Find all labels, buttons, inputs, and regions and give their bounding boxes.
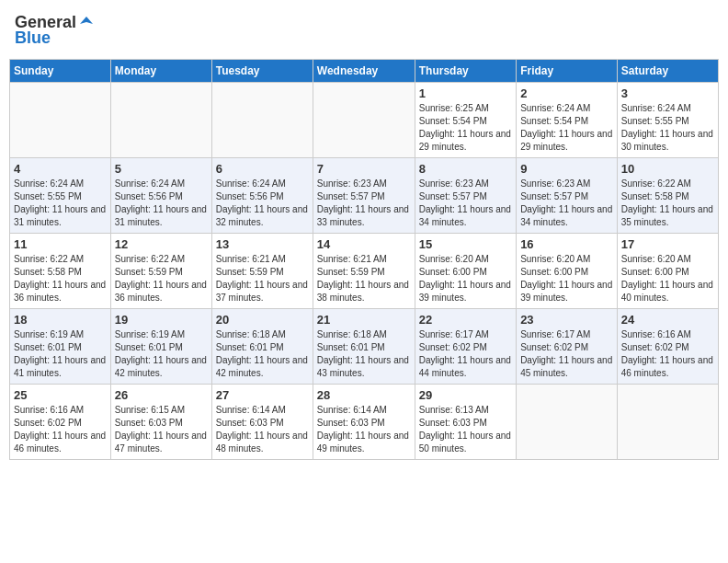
cell-info-text: Sunrise: 6:16 AM Sunset: 6:02 PM Dayligh… — [14, 404, 107, 455]
calendar-cell: 10Sunrise: 6:22 AM Sunset: 5:58 PM Dayli… — [617, 158, 718, 234]
calendar-cell: 11Sunrise: 6:22 AM Sunset: 5:58 PM Dayli… — [10, 234, 111, 309]
calendar-week-row: 11Sunrise: 6:22 AM Sunset: 5:58 PM Dayli… — [10, 234, 719, 309]
weekday-header-thursday: Thursday — [415, 60, 516, 83]
calendar-cell: 22Sunrise: 6:17 AM Sunset: 6:02 PM Dayli… — [415, 309, 516, 385]
weekday-header-tuesday: Tuesday — [211, 60, 313, 83]
calendar-cell: 28Sunrise: 6:14 AM Sunset: 6:03 PM Dayli… — [313, 385, 415, 460]
calendar-week-row: 4Sunrise: 6:24 AM Sunset: 5:55 PM Daylig… — [10, 158, 719, 234]
weekday-header-row: SundayMondayTuesdayWednesdayThursdayFrid… — [10, 60, 719, 83]
weekday-header-monday: Monday — [110, 60, 211, 83]
calendar-cell: 13Sunrise: 6:21 AM Sunset: 5:59 PM Dayli… — [211, 234, 313, 309]
cell-info-text: Sunrise: 6:15 AM Sunset: 6:03 PM Dayligh… — [115, 404, 208, 455]
cell-day-number: 19 — [115, 313, 208, 327]
calendar-cell: 5Sunrise: 6:24 AM Sunset: 5:56 PM Daylig… — [110, 158, 211, 234]
cell-info-text: Sunrise: 6:17 AM Sunset: 6:02 PM Dayligh… — [419, 328, 512, 380]
calendar-cell: 21Sunrise: 6:18 AM Sunset: 6:01 PM Dayli… — [313, 309, 415, 385]
calendar-cell — [617, 385, 718, 460]
calendar-table: SundayMondayTuesdayWednesdayThursdayFrid… — [9, 59, 719, 460]
calendar-cell — [10, 83, 111, 158]
cell-info-text: Sunrise: 6:24 AM Sunset: 5:56 PM Dayligh… — [115, 178, 208, 229]
cell-day-number: 5 — [115, 162, 208, 176]
calendar-cell: 6Sunrise: 6:24 AM Sunset: 5:56 PM Daylig… — [211, 158, 313, 234]
cell-info-text: Sunrise: 6:20 AM Sunset: 6:00 PM Dayligh… — [621, 253, 714, 304]
calendar-cell: 20Sunrise: 6:18 AM Sunset: 6:01 PM Dayli… — [211, 309, 313, 385]
cell-day-number: 2 — [520, 86, 613, 100]
calendar-cell: 26Sunrise: 6:15 AM Sunset: 6:03 PM Dayli… — [110, 385, 211, 460]
cell-info-text: Sunrise: 6:20 AM Sunset: 6:00 PM Dayligh… — [419, 253, 512, 304]
calendar-cell: 14Sunrise: 6:21 AM Sunset: 5:59 PM Dayli… — [313, 234, 415, 309]
cell-info-text: Sunrise: 6:24 AM Sunset: 5:55 PM Dayligh… — [621, 102, 714, 154]
cell-day-number: 12 — [115, 237, 208, 251]
calendar-cell: 19Sunrise: 6:19 AM Sunset: 6:01 PM Dayli… — [110, 309, 211, 385]
calendar-week-row: 1Sunrise: 6:25 AM Sunset: 5:54 PM Daylig… — [10, 83, 719, 158]
cell-info-text: Sunrise: 6:21 AM Sunset: 5:59 PM Dayligh… — [216, 253, 309, 304]
cell-day-number: 9 — [520, 162, 613, 176]
cell-info-text: Sunrise: 6:14 AM Sunset: 6:03 PM Dayligh… — [216, 404, 309, 455]
calendar-cell: 1Sunrise: 6:25 AM Sunset: 5:54 PM Daylig… — [415, 83, 516, 158]
cell-info-text: Sunrise: 6:22 AM Sunset: 5:58 PM Dayligh… — [14, 253, 107, 304]
cell-day-number: 27 — [216, 388, 309, 402]
cell-day-number: 23 — [520, 313, 613, 327]
cell-day-number: 18 — [14, 313, 107, 327]
logo: General Blue — [15, 13, 95, 48]
calendar-cell: 25Sunrise: 6:16 AM Sunset: 6:02 PM Dayli… — [10, 385, 111, 460]
cell-info-text: Sunrise: 6:22 AM Sunset: 5:59 PM Dayligh… — [115, 253, 208, 304]
calendar-cell: 4Sunrise: 6:24 AM Sunset: 5:55 PM Daylig… — [10, 158, 111, 234]
cell-day-number: 4 — [14, 162, 107, 176]
calendar-cell: 24Sunrise: 6:16 AM Sunset: 6:02 PM Dayli… — [617, 309, 718, 385]
cell-day-number: 17 — [621, 237, 714, 251]
cell-day-number: 7 — [317, 162, 411, 176]
cell-day-number: 1 — [419, 86, 512, 100]
calendar-cell: 3Sunrise: 6:24 AM Sunset: 5:55 PM Daylig… — [617, 83, 718, 158]
cell-info-text: Sunrise: 6:19 AM Sunset: 6:01 PM Dayligh… — [14, 328, 107, 380]
cell-info-text: Sunrise: 6:23 AM Sunset: 5:57 PM Dayligh… — [317, 178, 411, 229]
calendar-cell: 27Sunrise: 6:14 AM Sunset: 6:03 PM Dayli… — [211, 385, 313, 460]
cell-info-text: Sunrise: 6:24 AM Sunset: 5:55 PM Dayligh… — [14, 178, 107, 229]
calendar-cell — [211, 83, 313, 158]
calendar-cell — [110, 83, 211, 158]
calendar-week-row: 18Sunrise: 6:19 AM Sunset: 6:01 PM Dayli… — [10, 309, 719, 385]
weekday-header-sunday: Sunday — [10, 60, 111, 83]
calendar-cell: 18Sunrise: 6:19 AM Sunset: 6:01 PM Dayli… — [10, 309, 111, 385]
cell-info-text: Sunrise: 6:16 AM Sunset: 6:02 PM Dayligh… — [621, 328, 714, 380]
cell-day-number: 20 — [216, 313, 309, 327]
cell-info-text: Sunrise: 6:23 AM Sunset: 5:57 PM Dayligh… — [520, 178, 613, 229]
weekday-header-wednesday: Wednesday — [313, 60, 415, 83]
cell-day-number: 6 — [216, 162, 309, 176]
weekday-header-saturday: Saturday — [617, 60, 718, 83]
svg-marker-0 — [80, 17, 93, 24]
cell-day-number: 14 — [317, 237, 411, 251]
calendar-cell: 8Sunrise: 6:23 AM Sunset: 5:57 PM Daylig… — [415, 158, 516, 234]
calendar-week-row: 25Sunrise: 6:16 AM Sunset: 6:02 PM Dayli… — [10, 385, 719, 460]
cell-day-number: 24 — [621, 313, 714, 327]
page-header: General Blue — [9, 9, 719, 52]
calendar-cell: 17Sunrise: 6:20 AM Sunset: 6:00 PM Dayli… — [617, 234, 718, 309]
calendar-cell: 9Sunrise: 6:23 AM Sunset: 5:57 PM Daylig… — [517, 158, 618, 234]
cell-info-text: Sunrise: 6:14 AM Sunset: 6:03 PM Dayligh… — [317, 404, 411, 455]
logo-bird-icon — [78, 15, 95, 31]
cell-day-number: 26 — [115, 388, 208, 402]
calendar-cell: 12Sunrise: 6:22 AM Sunset: 5:59 PM Dayli… — [110, 234, 211, 309]
cell-info-text: Sunrise: 6:21 AM Sunset: 5:59 PM Dayligh… — [317, 253, 411, 304]
cell-day-number: 22 — [419, 313, 512, 327]
cell-info-text: Sunrise: 6:24 AM Sunset: 5:54 PM Dayligh… — [520, 102, 613, 154]
cell-day-number: 28 — [317, 388, 411, 402]
calendar-cell — [517, 385, 618, 460]
cell-day-number: 8 — [419, 162, 512, 176]
cell-day-number: 15 — [419, 237, 512, 251]
cell-info-text: Sunrise: 6:25 AM Sunset: 5:54 PM Dayligh… — [419, 102, 512, 154]
cell-day-number: 16 — [520, 237, 613, 251]
calendar-cell: 2Sunrise: 6:24 AM Sunset: 5:54 PM Daylig… — [517, 83, 618, 158]
cell-day-number: 10 — [621, 162, 714, 176]
calendar-cell: 7Sunrise: 6:23 AM Sunset: 5:57 PM Daylig… — [313, 158, 415, 234]
cell-day-number: 25 — [14, 388, 107, 402]
logo-blue-text: Blue — [15, 29, 51, 48]
cell-day-number: 13 — [216, 237, 309, 251]
cell-info-text: Sunrise: 6:13 AM Sunset: 6:03 PM Dayligh… — [419, 404, 512, 455]
cell-day-number: 11 — [14, 237, 107, 251]
cell-day-number: 21 — [317, 313, 411, 327]
cell-info-text: Sunrise: 6:22 AM Sunset: 5:58 PM Dayligh… — [621, 178, 714, 229]
cell-day-number: 3 — [621, 86, 714, 100]
cell-info-text: Sunrise: 6:20 AM Sunset: 6:00 PM Dayligh… — [520, 253, 613, 304]
cell-info-text: Sunrise: 6:24 AM Sunset: 5:56 PM Dayligh… — [216, 178, 309, 229]
